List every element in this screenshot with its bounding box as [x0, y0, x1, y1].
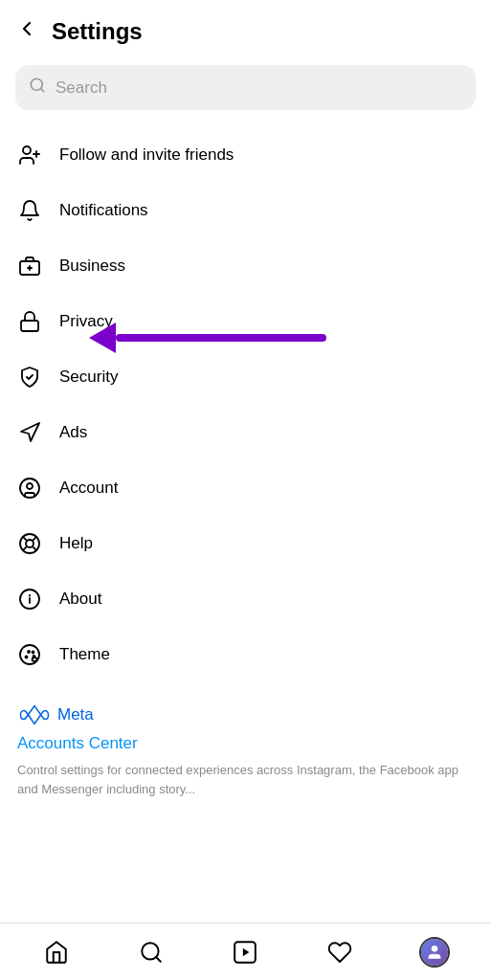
menu-item-help[interactable]: Help: [0, 516, 491, 571]
info-circle-icon: [17, 587, 42, 612]
lock-icon: [17, 309, 42, 334]
menu-label-ads: Ads: [59, 423, 87, 442]
meta-logo-icon: [17, 705, 52, 724]
avatar: [419, 937, 450, 968]
menu-item-account[interactable]: Account: [0, 460, 491, 516]
meta-description: Control settings for connected experienc…: [17, 761, 474, 798]
menu-item-ads[interactable]: Ads: [0, 405, 491, 460]
search-nav-icon: [139, 940, 164, 965]
svg-point-23: [33, 652, 34, 654]
menu-label-help: Help: [59, 534, 93, 553]
menu-item-business[interactable]: Business: [0, 238, 491, 294]
accounts-center-link[interactable]: Accounts Center: [17, 734, 474, 753]
palette-icon: [17, 642, 42, 667]
lifebuoy-icon: [17, 531, 42, 556]
svg-line-26: [156, 957, 161, 962]
svg-point-2: [23, 146, 31, 154]
svg-rect-8: [21, 321, 38, 331]
svg-point-29: [432, 946, 437, 951]
svg-line-16: [23, 546, 27, 550]
back-button[interactable]: [15, 17, 38, 46]
person-add-icon: [17, 143, 42, 167]
menu-item-about[interactable]: About: [0, 571, 491, 627]
menu-label-account: Account: [59, 479, 118, 498]
home-icon: [44, 940, 69, 965]
nav-search[interactable]: [127, 931, 175, 973]
search-placeholder: Search: [56, 78, 107, 98]
menu-label-about: About: [59, 590, 101, 609]
menu-item-privacy[interactable]: Privacy: [0, 294, 491, 349]
bottom-nav: [0, 923, 491, 980]
menu-label-theme: Theme: [59, 645, 110, 664]
meta-section: Meta Accounts Center Control settings fo…: [0, 682, 491, 806]
store-icon: [17, 254, 42, 278]
svg-point-10: [27, 483, 33, 489]
svg-point-21: [26, 657, 28, 658]
shield-icon: [17, 365, 42, 390]
nav-reels[interactable]: [221, 931, 269, 973]
reels-icon: [233, 940, 257, 965]
svg-line-13: [23, 537, 27, 541]
megaphone-icon: [17, 420, 42, 445]
header: Settings: [0, 0, 491, 56]
menu-item-follow[interactable]: Follow and invite friends: [0, 127, 491, 183]
svg-marker-28: [243, 947, 250, 956]
settings-menu: Follow and invite friends Notifications: [0, 127, 491, 682]
svg-point-9: [20, 479, 39, 498]
avatar-image: [421, 939, 448, 966]
svg-line-1: [40, 88, 43, 91]
menu-item-theme[interactable]: Theme: [0, 627, 491, 682]
meta-logo-label: Meta: [57, 705, 94, 724]
menu-label-follow: Follow and invite friends: [59, 145, 234, 165]
page-title: Settings: [52, 18, 143, 45]
svg-line-14: [33, 546, 36, 550]
menu-item-notifications[interactable]: Notifications: [0, 183, 491, 238]
nav-home[interactable]: [33, 931, 80, 973]
search-icon: [29, 77, 46, 99]
menu-label-notifications: Notifications: [59, 201, 148, 220]
heart-icon: [327, 940, 352, 965]
bell-icon: [17, 198, 42, 223]
menu-label-security: Security: [59, 368, 118, 387]
svg-line-15: [33, 537, 36, 541]
menu-label-business: Business: [59, 256, 125, 276]
menu-label-privacy: Privacy: [59, 312, 113, 331]
search-bar[interactable]: Search: [15, 65, 476, 110]
svg-point-22: [28, 651, 30, 653]
meta-logo: Meta: [17, 705, 474, 724]
person-circle-icon: [17, 476, 42, 501]
nav-profile[interactable]: [411, 931, 458, 973]
nav-likes[interactable]: [316, 931, 364, 973]
menu-item-security[interactable]: Security: [0, 349, 491, 405]
